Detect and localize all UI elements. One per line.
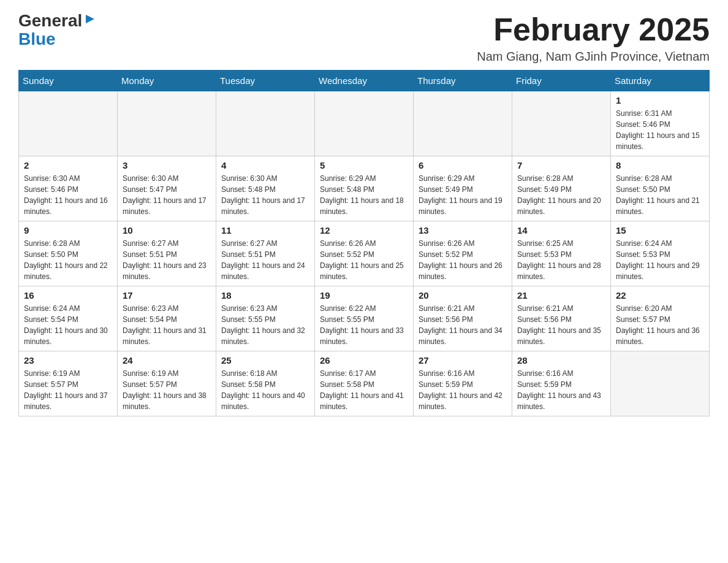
table-row xyxy=(19,91,118,156)
day-number: 12 xyxy=(320,225,408,236)
day-info: Sunrise: 6:24 AMSunset: 5:53 PMDaylight:… xyxy=(616,238,704,282)
table-row: 21Sunrise: 6:21 AMSunset: 5:56 PMDayligh… xyxy=(512,286,611,351)
table-row: 23Sunrise: 6:19 AMSunset: 5:57 PMDayligh… xyxy=(19,351,118,416)
month-title: February 2025 xyxy=(477,12,710,47)
day-number: 10 xyxy=(123,225,211,236)
day-number: 2 xyxy=(24,160,112,170)
table-row xyxy=(512,91,611,156)
day-info: Sunrise: 6:23 AMSunset: 5:55 PMDaylight:… xyxy=(221,303,309,347)
table-row: 22Sunrise: 6:20 AMSunset: 5:57 PMDayligh… xyxy=(611,286,710,351)
table-row: 27Sunrise: 6:16 AMSunset: 5:59 PMDayligh… xyxy=(414,351,512,416)
day-info: Sunrise: 6:28 AMSunset: 5:50 PMDaylight:… xyxy=(24,238,112,282)
table-row: 28Sunrise: 6:16 AMSunset: 5:59 PMDayligh… xyxy=(512,351,611,416)
day-number: 15 xyxy=(616,225,704,236)
col-friday: Friday xyxy=(512,71,611,91)
location: Nam Giang, Nam GJinh Province, Vietnam xyxy=(477,50,710,64)
day-info: Sunrise: 6:21 AMSunset: 5:56 PMDaylight:… xyxy=(517,303,605,347)
day-number: 8 xyxy=(616,160,704,170)
day-info: Sunrise: 6:16 AMSunset: 5:59 PMDaylight:… xyxy=(517,368,605,412)
col-tuesday: Tuesday xyxy=(216,71,315,91)
logo-blue: Blue xyxy=(18,29,56,49)
calendar-week-row: 1Sunrise: 6:31 AMSunset: 5:46 PMDaylight… xyxy=(19,91,710,156)
table-row: 24Sunrise: 6:19 AMSunset: 5:57 PMDayligh… xyxy=(118,351,216,416)
table-row xyxy=(611,351,710,416)
day-number: 5 xyxy=(320,160,408,170)
day-number: 19 xyxy=(320,290,408,301)
table-row: 10Sunrise: 6:27 AMSunset: 5:51 PMDayligh… xyxy=(118,221,216,286)
page-header: General Blue February 2025 Nam Giang, Na… xyxy=(18,12,710,64)
calendar-week-row: 9Sunrise: 6:28 AMSunset: 5:50 PMDaylight… xyxy=(19,221,710,286)
table-row: 11Sunrise: 6:27 AMSunset: 5:51 PMDayligh… xyxy=(216,221,315,286)
svg-marker-0 xyxy=(86,15,94,23)
table-row xyxy=(414,91,512,156)
table-row: 26Sunrise: 6:17 AMSunset: 5:58 PMDayligh… xyxy=(315,351,414,416)
day-number: 4 xyxy=(221,160,309,170)
day-number: 28 xyxy=(517,355,605,366)
col-sunday: Sunday xyxy=(19,71,118,91)
calendar-table: Sunday Monday Tuesday Wednesday Thursday… xyxy=(18,70,710,416)
day-info: Sunrise: 6:26 AMSunset: 5:52 PMDaylight:… xyxy=(320,238,408,282)
table-row: 18Sunrise: 6:23 AMSunset: 5:55 PMDayligh… xyxy=(216,286,315,351)
title-block: February 2025 Nam Giang, Nam GJinh Provi… xyxy=(477,12,710,64)
day-number: 9 xyxy=(24,225,112,236)
col-saturday: Saturday xyxy=(611,71,710,91)
day-info: Sunrise: 6:26 AMSunset: 5:52 PMDaylight:… xyxy=(419,238,507,282)
calendar-header-row: Sunday Monday Tuesday Wednesday Thursday… xyxy=(19,71,710,91)
table-row: 8Sunrise: 6:28 AMSunset: 5:50 PMDaylight… xyxy=(611,156,710,221)
day-info: Sunrise: 6:30 AMSunset: 5:48 PMDaylight:… xyxy=(221,173,309,217)
day-info: Sunrise: 6:19 AMSunset: 5:57 PMDaylight:… xyxy=(123,368,211,412)
day-number: 24 xyxy=(123,355,211,366)
day-number: 20 xyxy=(419,290,507,301)
day-info: Sunrise: 6:20 AMSunset: 5:57 PMDaylight:… xyxy=(616,303,704,347)
table-row: 12Sunrise: 6:26 AMSunset: 5:52 PMDayligh… xyxy=(315,221,414,286)
table-row xyxy=(216,91,315,156)
day-info: Sunrise: 6:21 AMSunset: 5:56 PMDaylight:… xyxy=(419,303,507,347)
calendar-week-row: 16Sunrise: 6:24 AMSunset: 5:54 PMDayligh… xyxy=(19,286,710,351)
table-row: 13Sunrise: 6:26 AMSunset: 5:52 PMDayligh… xyxy=(414,221,512,286)
col-wednesday: Wednesday xyxy=(315,71,414,91)
day-info: Sunrise: 6:16 AMSunset: 5:59 PMDaylight:… xyxy=(419,368,507,412)
table-row: 25Sunrise: 6:18 AMSunset: 5:58 PMDayligh… xyxy=(216,351,315,416)
day-number: 7 xyxy=(517,160,605,170)
table-row: 15Sunrise: 6:24 AMSunset: 5:53 PMDayligh… xyxy=(611,221,710,286)
day-info: Sunrise: 6:29 AMSunset: 5:49 PMDaylight:… xyxy=(419,173,507,217)
day-number: 25 xyxy=(221,355,309,366)
table-row xyxy=(118,91,216,156)
table-row: 6Sunrise: 6:29 AMSunset: 5:49 PMDaylight… xyxy=(414,156,512,221)
day-info: Sunrise: 6:18 AMSunset: 5:58 PMDaylight:… xyxy=(221,368,309,412)
day-number: 6 xyxy=(419,160,507,170)
day-number: 22 xyxy=(616,290,704,301)
day-number: 13 xyxy=(419,225,507,236)
logo-general: General xyxy=(18,12,82,29)
table-row: 17Sunrise: 6:23 AMSunset: 5:54 PMDayligh… xyxy=(118,286,216,351)
day-info: Sunrise: 6:27 AMSunset: 5:51 PMDaylight:… xyxy=(221,238,309,282)
day-info: Sunrise: 6:23 AMSunset: 5:54 PMDaylight:… xyxy=(123,303,211,347)
calendar-week-row: 2Sunrise: 6:30 AMSunset: 5:46 PMDaylight… xyxy=(19,156,710,221)
day-info: Sunrise: 6:30 AMSunset: 5:47 PMDaylight:… xyxy=(123,173,211,217)
day-info: Sunrise: 6:22 AMSunset: 5:55 PMDaylight:… xyxy=(320,303,408,347)
day-info: Sunrise: 6:25 AMSunset: 5:53 PMDaylight:… xyxy=(517,238,605,282)
calendar-week-row: 23Sunrise: 6:19 AMSunset: 5:57 PMDayligh… xyxy=(19,351,710,416)
day-number: 18 xyxy=(221,290,309,301)
day-info: Sunrise: 6:17 AMSunset: 5:58 PMDaylight:… xyxy=(320,368,408,412)
day-number: 23 xyxy=(24,355,112,366)
col-monday: Monday xyxy=(118,71,216,91)
day-number: 26 xyxy=(320,355,408,366)
day-number: 1 xyxy=(616,95,704,105)
table-row: 14Sunrise: 6:25 AMSunset: 5:53 PMDayligh… xyxy=(512,221,611,286)
day-number: 11 xyxy=(221,225,309,236)
day-info: Sunrise: 6:29 AMSunset: 5:48 PMDaylight:… xyxy=(320,173,408,217)
table-row: 2Sunrise: 6:30 AMSunset: 5:46 PMDaylight… xyxy=(19,156,118,221)
table-row: 7Sunrise: 6:28 AMSunset: 5:49 PMDaylight… xyxy=(512,156,611,221)
day-info: Sunrise: 6:31 AMSunset: 5:46 PMDaylight:… xyxy=(616,108,704,152)
day-info: Sunrise: 6:28 AMSunset: 5:50 PMDaylight:… xyxy=(616,173,704,217)
day-number: 16 xyxy=(24,290,112,301)
day-info: Sunrise: 6:27 AMSunset: 5:51 PMDaylight:… xyxy=(123,238,211,282)
day-number: 14 xyxy=(517,225,605,236)
table-row: 3Sunrise: 6:30 AMSunset: 5:47 PMDaylight… xyxy=(118,156,216,221)
table-row: 16Sunrise: 6:24 AMSunset: 5:54 PMDayligh… xyxy=(19,286,118,351)
table-row: 9Sunrise: 6:28 AMSunset: 5:50 PMDaylight… xyxy=(19,221,118,286)
logo-arrow-icon xyxy=(83,12,97,26)
day-info: Sunrise: 6:30 AMSunset: 5:46 PMDaylight:… xyxy=(24,173,112,217)
table-row: 19Sunrise: 6:22 AMSunset: 5:55 PMDayligh… xyxy=(315,286,414,351)
